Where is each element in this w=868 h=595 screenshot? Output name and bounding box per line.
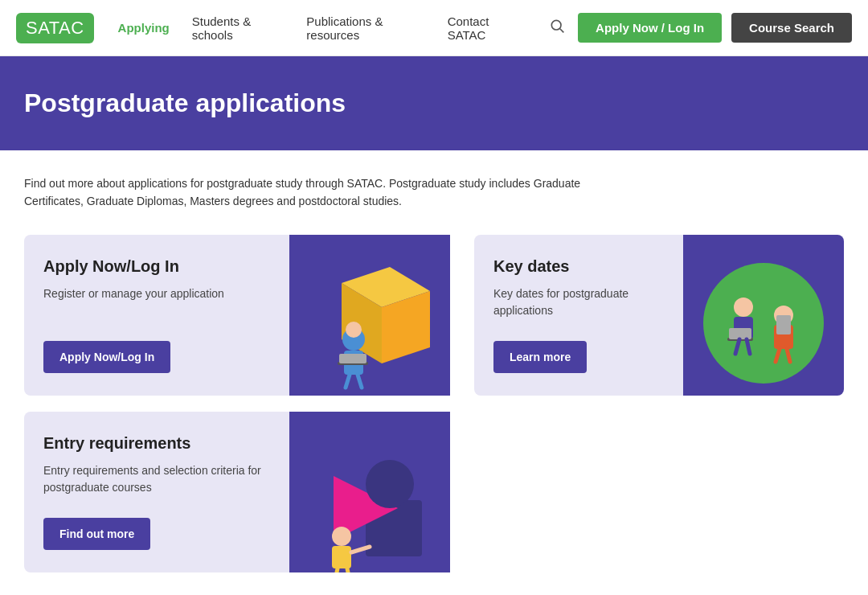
header-actions: Apply Now / Log In Course Search — [546, 13, 852, 43]
apply-card-button[interactable]: Apply Now/Log In — [43, 341, 170, 373]
nav-contact[interactable]: Contact SATAC — [448, 14, 522, 42]
intro-paragraph: Find out more about applications for pos… — [24, 174, 635, 211]
apply-now-button[interactable]: Apply Now / Log In — [578, 13, 722, 43]
key-dates-card-image — [683, 235, 844, 396]
key-dates-card-button[interactable]: Learn more — [493, 341, 587, 373]
svg-point-7 — [346, 322, 362, 338]
svg-point-0 — [551, 20, 561, 30]
search-button[interactable] — [546, 14, 568, 41]
empty-space — [474, 412, 844, 572]
card-row-2: Entry requirements Entry requirements an… — [24, 412, 844, 572]
entry-card-content: Entry requirements Entry requirements an… — [24, 412, 289, 572]
svg-point-13 — [734, 298, 753, 317]
apply-card-description: Register or manage your application — [43, 285, 270, 302]
apply-card: Apply Now/Log In Register or manage your… — [24, 235, 458, 396]
svg-line-11 — [358, 375, 362, 388]
svg-line-10 — [346, 375, 350, 388]
svg-rect-9 — [339, 354, 366, 363]
site-header: SATAC Applying Students & schools Public… — [0, 0, 868, 56]
svg-point-12 — [703, 263, 824, 384]
logo-text: SATA — [26, 18, 71, 38]
apply-card-title: Apply Now/Log In — [43, 257, 270, 276]
key-dates-card: Key dates Key dates for postgraduate app… — [474, 235, 844, 396]
key-dates-illustration — [687, 235, 840, 396]
cards-container: Apply Now/Log In Register or manage your… — [24, 235, 844, 572]
apply-card-content: Apply Now/Log In Register or manage your… — [24, 235, 289, 396]
entry-card-description: Entry requirements and selection criteri… — [43, 462, 270, 496]
entry-illustration — [293, 412, 446, 572]
entry-card-title: Entry requirements — [43, 434, 270, 453]
card-row-1: Apply Now/Log In Register or manage your… — [24, 235, 844, 396]
nav-publications[interactable]: Publications & resources — [306, 14, 424, 42]
svg-point-27 — [332, 527, 351, 546]
entry-card: Entry requirements Entry requirements an… — [24, 412, 458, 572]
main-nav: Applying Students & schools Publications… — [118, 14, 522, 42]
entry-card-button[interactable]: Find out more — [43, 518, 150, 550]
nav-applying[interactable]: Applying — [118, 21, 170, 35]
svg-line-1 — [560, 29, 564, 33]
apply-illustration — [293, 235, 446, 396]
main-content: Find out more about applications for pos… — [0, 150, 868, 595]
key-dates-card-description: Key dates for postgraduate applications — [493, 285, 664, 319]
site-logo[interactable]: SATAC — [16, 13, 94, 43]
nav-students[interactable]: Students & schools — [192, 14, 285, 42]
entry-card-image — [289, 412, 450, 572]
svg-point-26 — [366, 460, 414, 508]
apply-card-image — [289, 235, 450, 396]
svg-line-30 — [347, 568, 350, 572]
key-dates-card-content: Key dates Key dates for postgraduate app… — [474, 235, 683, 396]
logo-suffix: C — [71, 18, 84, 38]
svg-rect-28 — [332, 546, 351, 568]
hero-banner: Postgraduate applications — [0, 56, 868, 150]
svg-line-29 — [335, 568, 338, 572]
course-search-button[interactable]: Course Search — [731, 13, 852, 43]
svg-rect-21 — [776, 315, 791, 334]
key-dates-card-title: Key dates — [493, 257, 664, 276]
page-title: Postgraduate applications — [24, 88, 844, 118]
